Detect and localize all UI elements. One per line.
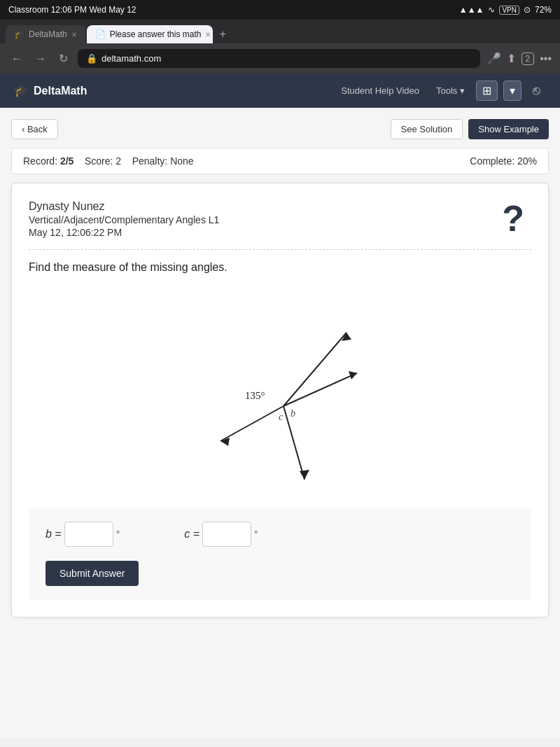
action-bar: ‹ Back See Solution Show Example: [11, 119, 549, 139]
tab-deltamath[interactable]: 🎓 DeltaMath ✕: [6, 25, 85, 43]
url-bar: ← → ↻ 🔒 deltamath.com 🎤 ⬆ 2 •••: [0, 43, 560, 74]
tab-label-deltamath: DeltaMath: [29, 29, 67, 39]
tools-button[interactable]: Tools ▾: [430, 83, 470, 99]
complete-label: Complete:: [470, 155, 514, 167]
more-options-icon[interactable]: •••: [540, 53, 552, 65]
app-header-tools: Student Help Video Tools ▾ ⊞ ▾ ⎋: [335, 81, 546, 101]
complete-info: Complete: 20%: [470, 155, 537, 167]
vpn-badge: VPN: [499, 6, 519, 15]
calculator-button[interactable]: ⊞: [476, 81, 498, 101]
c-label: c =: [184, 528, 200, 540]
main-content: ‹ Back See Solution Show Example Record:…: [0, 108, 560, 738]
see-solution-button[interactable]: See Solution: [391, 119, 463, 139]
status-right: ▲▲▲ ∿ VPN ⊙ 72%: [459, 5, 552, 15]
complete-val: 20%: [517, 155, 537, 167]
share-icon[interactable]: ⬆: [507, 52, 516, 65]
url-icons: 🎤 ⬆ 2 •••: [487, 52, 552, 65]
answer-row: b = ° c = °: [46, 522, 514, 547]
svg-marker-5: [349, 371, 357, 379]
battery-level: 72%: [535, 5, 552, 15]
b-degree-symbol: °: [116, 529, 120, 540]
answer-section: b = ° c = ° Submit Answer: [29, 508, 531, 600]
student-name: Dynasty Nunez: [29, 200, 531, 213]
forward-nav-button[interactable]: →: [32, 51, 49, 67]
problem-card: Dynasty Nunez Vertical/Adjacent/Compleme…: [11, 183, 549, 617]
svg-text:b: b: [290, 408, 295, 419]
svg-marker-3: [300, 470, 309, 480]
diagram-container: 135° c b: [29, 291, 531, 487]
b-answer-group: b = °: [46, 522, 120, 547]
tab-bar: 🎓 DeltaMath ✕ 📄 Please answer this math …: [0, 20, 560, 43]
svg-text:c: c: [279, 412, 284, 422]
record-label: Record:: [23, 155, 57, 167]
new-tab-button[interactable]: +: [214, 25, 232, 43]
logout-button[interactable]: ⎋: [527, 81, 546, 101]
battery-icon: ⊙: [524, 5, 531, 15]
svg-line-6: [220, 406, 284, 441]
tab-favicon-deltamath: 🎓: [14, 29, 24, 39]
tools-label: Tools: [436, 85, 457, 96]
record-bar: Record: 2/5 Score: 2 Penalty: None Compl…: [11, 148, 549, 174]
svg-line-0: [284, 333, 346, 406]
c-input[interactable]: [202, 522, 251, 547]
svg-text:135°: 135°: [245, 390, 265, 401]
classroom-label: Classroom 12:06 PM Wed May 12: [8, 5, 136, 15]
app-logo-text: DeltaMath: [34, 85, 87, 97]
lock-icon: 🔒: [86, 53, 97, 64]
problem-timestamp: May 12, 12:06:22 PM: [29, 227, 531, 238]
record-info: Record: 2/5 Score: 2 Penalty: None: [23, 155, 194, 167]
submit-answer-button[interactable]: Submit Answer: [46, 561, 139, 586]
show-example-button[interactable]: Show Example: [468, 119, 549, 139]
score-val: 2: [115, 155, 121, 167]
url-text: deltamath.com: [102, 53, 161, 64]
microphone-icon[interactable]: 🎤: [487, 52, 501, 65]
student-help-button[interactable]: Student Help Video: [335, 83, 425, 99]
svg-line-4: [284, 373, 357, 406]
penalty-val: None: [170, 155, 193, 167]
c-degree-symbol: °: [254, 529, 258, 540]
c-answer-group: c = °: [184, 522, 258, 547]
b-label: b =: [46, 528, 62, 540]
angle-diagram: 135° c b: [175, 291, 385, 487]
browser-chrome: 🎓 DeltaMath ✕ 📄 Please answer this math …: [0, 20, 560, 74]
app-logo-icon: 🎓: [14, 84, 28, 97]
tab-label-question: Please answer this math: [110, 29, 202, 39]
wifi-icon: ∿: [488, 5, 495, 15]
tab-close-question[interactable]: ✕: [205, 31, 211, 39]
tab-favicon-question: 📄: [95, 29, 106, 39]
dropdown-arrow-button[interactable]: ▾: [503, 81, 522, 101]
tab-question[interactable]: 📄 Please answer this math ✕: [87, 25, 213, 43]
penalty-label: Penalty:: [132, 155, 168, 167]
tab-close-deltamath[interactable]: ✕: [71, 31, 77, 39]
problem-header: Dynasty Nunez Vertical/Adjacent/Compleme…: [29, 200, 531, 238]
app-header: 🎓 DeltaMath Student Help Video Tools ▾ ⊞…: [0, 74, 560, 108]
status-left: Classroom 12:06 PM Wed May 12: [8, 5, 136, 15]
tabs-count[interactable]: 2: [522, 53, 535, 65]
tools-chevron-icon: ▾: [460, 85, 465, 96]
problem-type: Vertical/Adjacent/Complementary Angles L…: [29, 214, 531, 225]
problem-text: Find the measure of the missing angles.: [29, 261, 531, 274]
record-value: 2/5: [60, 155, 74, 167]
back-nav-button[interactable]: ←: [8, 51, 25, 67]
section-divider: [29, 249, 531, 250]
back-button[interactable]: ‹ Back: [11, 119, 58, 139]
help-question-mark[interactable]: ?: [502, 197, 524, 239]
action-buttons: See Solution Show Example: [391, 119, 549, 139]
url-input[interactable]: 🔒 deltamath.com: [78, 49, 480, 68]
b-input[interactable]: [64, 522, 113, 547]
status-bar: Classroom 12:06 PM Wed May 12 ▲▲▲ ∿ VPN …: [0, 0, 560, 20]
reload-button[interactable]: ↻: [56, 50, 71, 67]
signal-icon: ▲▲▲: [459, 5, 484, 15]
score-label: Score:: [85, 155, 113, 167]
app-logo: 🎓 DeltaMath: [14, 84, 87, 97]
